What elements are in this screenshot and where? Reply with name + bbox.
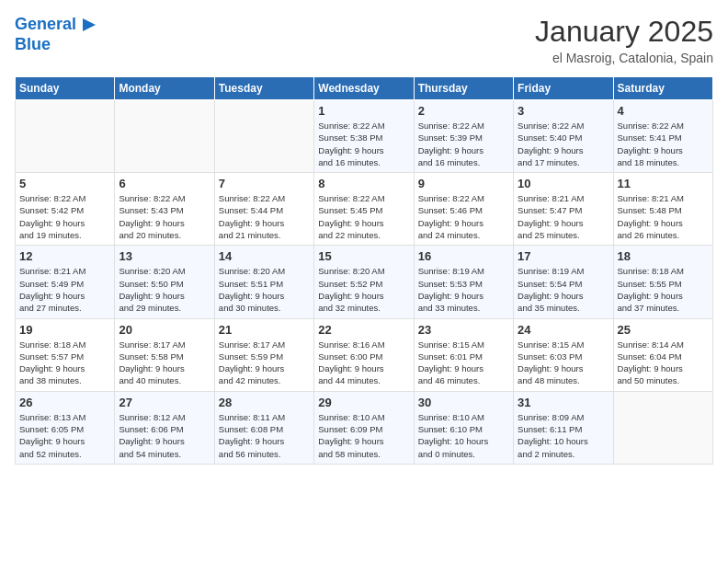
day-cell: 31Sunrise: 8:09 AM Sunset: 6:11 PM Dayli… xyxy=(514,391,613,464)
day-number: 23 xyxy=(418,323,509,337)
day-number: 17 xyxy=(518,249,609,263)
day-number: 20 xyxy=(119,323,210,337)
day-cell xyxy=(613,391,712,464)
day-cell: 15Sunrise: 8:20 AM Sunset: 5:52 PM Dayli… xyxy=(314,246,414,318)
day-info: Sunrise: 8:22 AM Sunset: 5:38 PM Dayligh… xyxy=(318,120,409,168)
col-header-tuesday: Tuesday xyxy=(214,77,313,100)
day-cell: 4Sunrise: 8:22 AM Sunset: 5:41 PM Daylig… xyxy=(613,100,712,173)
logo-general: General xyxy=(15,15,76,33)
col-header-thursday: Thursday xyxy=(414,77,513,100)
day-number: 28 xyxy=(219,396,310,409)
day-cell: 29Sunrise: 8:10 AM Sunset: 6:09 PM Dayli… xyxy=(314,391,414,464)
day-number: 25 xyxy=(618,323,709,337)
day-info: Sunrise: 8:17 AM Sunset: 5:58 PM Dayligh… xyxy=(119,339,210,387)
week-row-4: 19Sunrise: 8:18 AM Sunset: 5:57 PM Dayli… xyxy=(16,318,713,391)
svg-marker-0 xyxy=(83,18,96,31)
day-info: Sunrise: 8:11 AM Sunset: 6:08 PM Dayligh… xyxy=(219,411,310,460)
day-number: 19 xyxy=(19,323,110,337)
day-cell xyxy=(16,100,115,173)
day-number: 5 xyxy=(19,177,110,190)
page: General Blue January 2025 el Masroig, Ca… xyxy=(0,0,728,563)
day-cell: 25Sunrise: 8:14 AM Sunset: 6:04 PM Dayli… xyxy=(613,318,712,391)
day-info: Sunrise: 8:17 AM Sunset: 5:59 PM Dayligh… xyxy=(219,339,310,387)
day-info: Sunrise: 8:16 AM Sunset: 6:00 PM Dayligh… xyxy=(318,339,409,387)
day-number: 14 xyxy=(219,249,310,263)
day-cell xyxy=(115,100,214,173)
title-area: January 2025 el Masroig, Catalonia, Spai… xyxy=(535,15,713,65)
day-cell: 3Sunrise: 8:22 AM Sunset: 5:40 PM Daylig… xyxy=(514,100,613,173)
day-info: Sunrise: 8:13 AM Sunset: 6:05 PM Dayligh… xyxy=(19,411,110,460)
calendar-table: SundayMondayTuesdayWednesdayThursdayFrid… xyxy=(15,76,713,465)
day-cell: 18Sunrise: 8:18 AM Sunset: 5:55 PM Dayli… xyxy=(613,246,712,318)
day-cell: 27Sunrise: 8:12 AM Sunset: 6:06 PM Dayli… xyxy=(115,391,214,464)
day-cell: 30Sunrise: 8:10 AM Sunset: 6:10 PM Dayli… xyxy=(414,391,513,464)
day-number: 1 xyxy=(318,104,409,118)
day-info: Sunrise: 8:10 AM Sunset: 6:10 PM Dayligh… xyxy=(418,411,509,460)
day-info: Sunrise: 8:22 AM Sunset: 5:42 PM Dayligh… xyxy=(19,192,110,241)
day-number: 15 xyxy=(318,249,409,263)
day-cell: 9Sunrise: 8:22 AM Sunset: 5:46 PM Daylig… xyxy=(414,173,513,246)
col-header-wednesday: Wednesday xyxy=(314,77,414,100)
day-number: 21 xyxy=(219,323,310,337)
day-cell: 8Sunrise: 8:22 AM Sunset: 5:45 PM Daylig… xyxy=(314,173,414,246)
logo-blue: Blue xyxy=(15,35,96,55)
day-info: Sunrise: 8:21 AM Sunset: 5:48 PM Dayligh… xyxy=(618,192,709,241)
day-number: 22 xyxy=(318,323,409,337)
day-number: 13 xyxy=(119,249,210,263)
day-info: Sunrise: 8:22 AM Sunset: 5:44 PM Dayligh… xyxy=(219,192,310,241)
day-info: Sunrise: 8:18 AM Sunset: 5:55 PM Dayligh… xyxy=(618,265,709,314)
day-cell: 14Sunrise: 8:20 AM Sunset: 5:51 PM Dayli… xyxy=(214,246,313,318)
day-number: 6 xyxy=(119,177,210,190)
day-number: 12 xyxy=(19,249,110,263)
day-info: Sunrise: 8:14 AM Sunset: 6:04 PM Dayligh… xyxy=(618,339,709,387)
day-info: Sunrise: 8:20 AM Sunset: 5:52 PM Dayligh… xyxy=(318,265,409,314)
day-cell: 6Sunrise: 8:22 AM Sunset: 5:43 PM Daylig… xyxy=(115,173,214,246)
day-info: Sunrise: 8:22 AM Sunset: 5:46 PM Dayligh… xyxy=(418,192,509,241)
day-number: 7 xyxy=(219,177,310,190)
day-cell: 12Sunrise: 8:21 AM Sunset: 5:49 PM Dayli… xyxy=(16,246,115,318)
day-cell: 2Sunrise: 8:22 AM Sunset: 5:39 PM Daylig… xyxy=(414,100,513,173)
day-cell: 7Sunrise: 8:22 AM Sunset: 5:44 PM Daylig… xyxy=(214,173,313,246)
day-number: 2 xyxy=(418,104,509,118)
day-info: Sunrise: 8:22 AM Sunset: 5:45 PM Dayligh… xyxy=(318,192,409,241)
day-cell: 1Sunrise: 8:22 AM Sunset: 5:38 PM Daylig… xyxy=(314,100,414,173)
day-info: Sunrise: 8:09 AM Sunset: 6:11 PM Dayligh… xyxy=(518,411,609,460)
day-number: 26 xyxy=(19,396,110,409)
col-header-monday: Monday xyxy=(115,77,214,100)
day-number: 24 xyxy=(518,323,609,337)
day-number: 29 xyxy=(318,396,409,409)
day-info: Sunrise: 8:15 AM Sunset: 6:03 PM Dayligh… xyxy=(518,339,609,387)
header: General Blue January 2025 el Masroig, Ca… xyxy=(15,15,713,65)
day-cell: 24Sunrise: 8:15 AM Sunset: 6:03 PM Dayli… xyxy=(514,318,613,391)
month-title: January 2025 xyxy=(535,15,713,49)
day-info: Sunrise: 8:20 AM Sunset: 5:50 PM Dayligh… xyxy=(119,265,210,314)
day-cell: 5Sunrise: 8:22 AM Sunset: 5:42 PM Daylig… xyxy=(16,173,115,246)
day-info: Sunrise: 8:19 AM Sunset: 5:53 PM Dayligh… xyxy=(418,265,509,314)
day-info: Sunrise: 8:12 AM Sunset: 6:06 PM Dayligh… xyxy=(119,411,210,460)
day-number: 9 xyxy=(418,177,509,190)
week-row-1: 1Sunrise: 8:22 AM Sunset: 5:38 PM Daylig… xyxy=(16,100,713,173)
day-info: Sunrise: 8:22 AM Sunset: 5:39 PM Dayligh… xyxy=(418,120,509,168)
day-number: 4 xyxy=(618,104,709,118)
logo-text: General Blue xyxy=(15,15,96,54)
day-number: 3 xyxy=(518,104,609,118)
col-header-friday: Friday xyxy=(514,77,613,100)
logo-arrow-icon xyxy=(83,18,96,31)
day-info: Sunrise: 8:15 AM Sunset: 6:01 PM Dayligh… xyxy=(418,339,509,387)
day-number: 27 xyxy=(119,396,210,409)
day-cell xyxy=(214,100,313,173)
day-cell: 21Sunrise: 8:17 AM Sunset: 5:59 PM Dayli… xyxy=(214,318,313,391)
day-number: 16 xyxy=(418,249,509,263)
day-cell: 23Sunrise: 8:15 AM Sunset: 6:01 PM Dayli… xyxy=(414,318,513,391)
day-number: 18 xyxy=(618,249,709,263)
day-number: 11 xyxy=(618,177,709,190)
day-info: Sunrise: 8:21 AM Sunset: 5:47 PM Dayligh… xyxy=(518,192,609,241)
day-number: 10 xyxy=(518,177,609,190)
day-cell: 20Sunrise: 8:17 AM Sunset: 5:58 PM Dayli… xyxy=(115,318,214,391)
day-cell: 10Sunrise: 8:21 AM Sunset: 5:47 PM Dayli… xyxy=(514,173,613,246)
day-number: 30 xyxy=(418,396,509,409)
header-row: SundayMondayTuesdayWednesdayThursdayFrid… xyxy=(16,77,713,100)
day-cell: 26Sunrise: 8:13 AM Sunset: 6:05 PM Dayli… xyxy=(16,391,115,464)
day-info: Sunrise: 8:21 AM Sunset: 5:49 PM Dayligh… xyxy=(19,265,110,314)
day-cell: 11Sunrise: 8:21 AM Sunset: 5:48 PM Dayli… xyxy=(613,173,712,246)
